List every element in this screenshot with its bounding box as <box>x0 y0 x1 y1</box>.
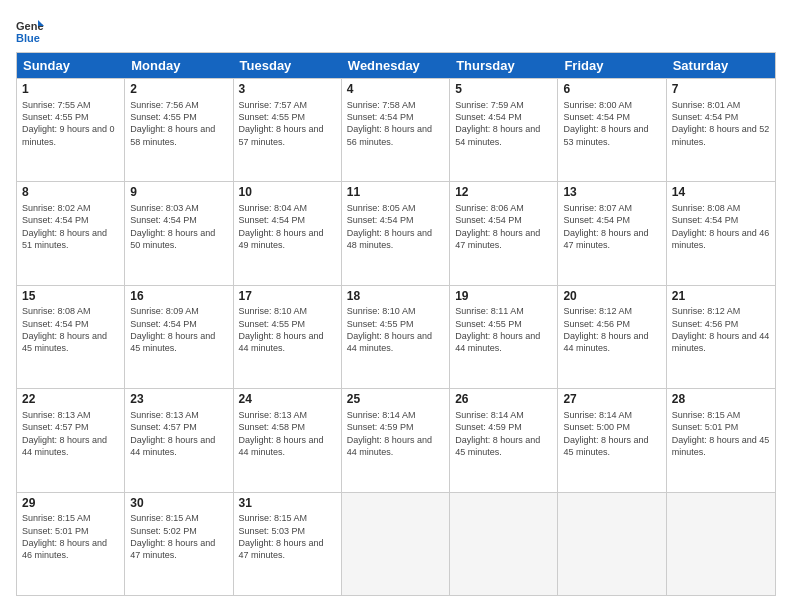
cell-info: Sunrise: 8:15 AMSunset: 5:03 PMDaylight:… <box>239 513 324 560</box>
empty-cell <box>558 493 666 595</box>
cell-info: Sunrise: 8:13 AMSunset: 4:57 PMDaylight:… <box>22 410 107 457</box>
week-row-2: 8 Sunrise: 8:02 AMSunset: 4:54 PMDayligh… <box>17 181 775 284</box>
day-cell-23: 23 Sunrise: 8:13 AMSunset: 4:57 PMDaylig… <box>125 389 233 491</box>
day-number: 12 <box>455 185 552 201</box>
header-day-monday: Monday <box>125 53 233 78</box>
cell-info: Sunrise: 8:14 AMSunset: 4:59 PMDaylight:… <box>455 410 540 457</box>
day-number: 9 <box>130 185 227 201</box>
day-cell-13: 13 Sunrise: 8:07 AMSunset: 4:54 PMDaylig… <box>558 182 666 284</box>
day-cell-6: 6 Sunrise: 8:00 AMSunset: 4:54 PMDayligh… <box>558 79 666 181</box>
logo: General Blue <box>16 16 48 44</box>
day-cell-26: 26 Sunrise: 8:14 AMSunset: 4:59 PMDaylig… <box>450 389 558 491</box>
day-cell-16: 16 Sunrise: 8:09 AMSunset: 4:54 PMDaylig… <box>125 286 233 388</box>
day-cell-17: 17 Sunrise: 8:10 AMSunset: 4:55 PMDaylig… <box>234 286 342 388</box>
cell-info: Sunrise: 8:15 AMSunset: 5:01 PMDaylight:… <box>672 410 770 457</box>
day-number: 3 <box>239 82 336 98</box>
cell-info: Sunrise: 8:07 AMSunset: 4:54 PMDaylight:… <box>563 203 648 250</box>
day-number: 1 <box>22 82 119 98</box>
calendar-body: 1 Sunrise: 7:55 AMSunset: 4:55 PMDayligh… <box>17 78 775 595</box>
day-cell-20: 20 Sunrise: 8:12 AMSunset: 4:56 PMDaylig… <box>558 286 666 388</box>
header-day-wednesday: Wednesday <box>342 53 450 78</box>
empty-cell <box>667 493 775 595</box>
cell-info: Sunrise: 7:56 AMSunset: 4:55 PMDaylight:… <box>130 100 215 147</box>
cell-info: Sunrise: 8:10 AMSunset: 4:55 PMDaylight:… <box>239 306 324 353</box>
cell-info: Sunrise: 8:05 AMSunset: 4:54 PMDaylight:… <box>347 203 432 250</box>
cell-info: Sunrise: 8:02 AMSunset: 4:54 PMDaylight:… <box>22 203 107 250</box>
day-number: 7 <box>672 82 770 98</box>
day-cell-3: 3 Sunrise: 7:57 AMSunset: 4:55 PMDayligh… <box>234 79 342 181</box>
day-cell-12: 12 Sunrise: 8:06 AMSunset: 4:54 PMDaylig… <box>450 182 558 284</box>
day-number: 13 <box>563 185 660 201</box>
day-number: 30 <box>130 496 227 512</box>
cell-info: Sunrise: 8:12 AMSunset: 4:56 PMDaylight:… <box>563 306 648 353</box>
cell-info: Sunrise: 8:08 AMSunset: 4:54 PMDaylight:… <box>22 306 107 353</box>
day-cell-24: 24 Sunrise: 8:13 AMSunset: 4:58 PMDaylig… <box>234 389 342 491</box>
header-day-tuesday: Tuesday <box>234 53 342 78</box>
cell-info: Sunrise: 8:00 AMSunset: 4:54 PMDaylight:… <box>563 100 648 147</box>
day-number: 17 <box>239 289 336 305</box>
cell-info: Sunrise: 7:58 AMSunset: 4:54 PMDaylight:… <box>347 100 432 147</box>
week-row-1: 1 Sunrise: 7:55 AMSunset: 4:55 PMDayligh… <box>17 78 775 181</box>
day-number: 27 <box>563 392 660 408</box>
day-cell-28: 28 Sunrise: 8:15 AMSunset: 5:01 PMDaylig… <box>667 389 775 491</box>
day-cell-30: 30 Sunrise: 8:15 AMSunset: 5:02 PMDaylig… <box>125 493 233 595</box>
cell-info: Sunrise: 8:01 AMSunset: 4:54 PMDaylight:… <box>672 100 770 147</box>
cell-info: Sunrise: 8:13 AMSunset: 4:58 PMDaylight:… <box>239 410 324 457</box>
week-row-4: 22 Sunrise: 8:13 AMSunset: 4:57 PMDaylig… <box>17 388 775 491</box>
day-cell-18: 18 Sunrise: 8:10 AMSunset: 4:55 PMDaylig… <box>342 286 450 388</box>
day-cell-22: 22 Sunrise: 8:13 AMSunset: 4:57 PMDaylig… <box>17 389 125 491</box>
day-number: 10 <box>239 185 336 201</box>
day-cell-4: 4 Sunrise: 7:58 AMSunset: 4:54 PMDayligh… <box>342 79 450 181</box>
day-cell-25: 25 Sunrise: 8:14 AMSunset: 4:59 PMDaylig… <box>342 389 450 491</box>
page: General Blue SundayMondayTuesdayWednesda… <box>0 0 792 612</box>
cell-info: Sunrise: 8:08 AMSunset: 4:54 PMDaylight:… <box>672 203 770 250</box>
day-cell-21: 21 Sunrise: 8:12 AMSunset: 4:56 PMDaylig… <box>667 286 775 388</box>
day-number: 26 <box>455 392 552 408</box>
day-cell-5: 5 Sunrise: 7:59 AMSunset: 4:54 PMDayligh… <box>450 79 558 181</box>
day-number: 4 <box>347 82 444 98</box>
week-row-5: 29 Sunrise: 8:15 AMSunset: 5:01 PMDaylig… <box>17 492 775 595</box>
week-row-3: 15 Sunrise: 8:08 AMSunset: 4:54 PMDaylig… <box>17 285 775 388</box>
header-day-sunday: Sunday <box>17 53 125 78</box>
svg-text:Blue: Blue <box>16 32 40 44</box>
day-number: 25 <box>347 392 444 408</box>
day-cell-15: 15 Sunrise: 8:08 AMSunset: 4:54 PMDaylig… <box>17 286 125 388</box>
cell-info: Sunrise: 7:55 AMSunset: 4:55 PMDaylight:… <box>22 100 115 147</box>
cell-info: Sunrise: 8:12 AMSunset: 4:56 PMDaylight:… <box>672 306 770 353</box>
day-cell-19: 19 Sunrise: 8:11 AMSunset: 4:55 PMDaylig… <box>450 286 558 388</box>
empty-cell <box>450 493 558 595</box>
cell-info: Sunrise: 7:59 AMSunset: 4:54 PMDaylight:… <box>455 100 540 147</box>
day-number: 15 <box>22 289 119 305</box>
day-number: 29 <box>22 496 119 512</box>
day-cell-1: 1 Sunrise: 7:55 AMSunset: 4:55 PMDayligh… <box>17 79 125 181</box>
day-cell-7: 7 Sunrise: 8:01 AMSunset: 4:54 PMDayligh… <box>667 79 775 181</box>
day-cell-11: 11 Sunrise: 8:05 AMSunset: 4:54 PMDaylig… <box>342 182 450 284</box>
day-number: 21 <box>672 289 770 305</box>
day-cell-9: 9 Sunrise: 8:03 AMSunset: 4:54 PMDayligh… <box>125 182 233 284</box>
day-number: 18 <box>347 289 444 305</box>
logo-icon: General Blue <box>16 16 44 44</box>
day-number: 2 <box>130 82 227 98</box>
calendar: SundayMondayTuesdayWednesdayThursdayFrid… <box>16 52 776 596</box>
day-number: 24 <box>239 392 336 408</box>
cell-info: Sunrise: 8:14 AMSunset: 4:59 PMDaylight:… <box>347 410 432 457</box>
day-cell-8: 8 Sunrise: 8:02 AMSunset: 4:54 PMDayligh… <box>17 182 125 284</box>
cell-info: Sunrise: 8:04 AMSunset: 4:54 PMDaylight:… <box>239 203 324 250</box>
day-cell-29: 29 Sunrise: 8:15 AMSunset: 5:01 PMDaylig… <box>17 493 125 595</box>
cell-info: Sunrise: 8:10 AMSunset: 4:55 PMDaylight:… <box>347 306 432 353</box>
day-number: 28 <box>672 392 770 408</box>
header: General Blue <box>16 16 776 44</box>
cell-info: Sunrise: 8:09 AMSunset: 4:54 PMDaylight:… <box>130 306 215 353</box>
cell-info: Sunrise: 8:15 AMSunset: 5:02 PMDaylight:… <box>130 513 215 560</box>
cell-info: Sunrise: 8:03 AMSunset: 4:54 PMDaylight:… <box>130 203 215 250</box>
day-number: 19 <box>455 289 552 305</box>
cell-info: Sunrise: 8:15 AMSunset: 5:01 PMDaylight:… <box>22 513 107 560</box>
day-cell-10: 10 Sunrise: 8:04 AMSunset: 4:54 PMDaylig… <box>234 182 342 284</box>
cell-info: Sunrise: 7:57 AMSunset: 4:55 PMDaylight:… <box>239 100 324 147</box>
cell-info: Sunrise: 8:13 AMSunset: 4:57 PMDaylight:… <box>130 410 215 457</box>
day-cell-31: 31 Sunrise: 8:15 AMSunset: 5:03 PMDaylig… <box>234 493 342 595</box>
header-day-friday: Friday <box>558 53 666 78</box>
day-number: 22 <box>22 392 119 408</box>
day-number: 6 <box>563 82 660 98</box>
day-number: 11 <box>347 185 444 201</box>
